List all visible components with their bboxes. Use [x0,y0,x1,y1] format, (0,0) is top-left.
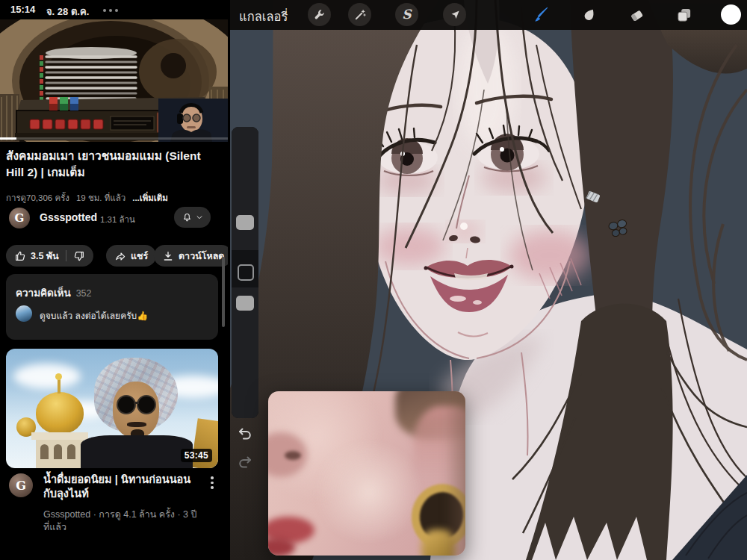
next-video-thumbnail[interactable]: 53:45 [6,349,218,468]
adjustments-button[interactable] [348,3,371,26]
procreate-topbar: แกลเลอรี่ S [230,0,747,30]
tower-arch [54,444,62,459]
comments-header-row: ความคิดเห็น352 [16,284,92,301]
actions-button[interactable] [308,3,331,26]
next-video-title[interactable]: น้ำดื่มยอดนิยม | นิทานก่อนนอนกับลุงไนท์ [43,473,203,501]
channel-avatar[interactable]: G [9,208,30,228]
bell-icon [182,212,193,223]
sunglasses-right-lens [138,396,155,413]
notifications-button[interactable] [174,207,211,228]
golden-dome [36,392,84,434]
eraser-icon [627,5,646,25]
video-meta-row: การดู70,306 ครั้ง 19 ชม. ที่แล้ว ...เพิ่… [6,191,223,205]
download-icon [162,250,174,262]
ipad-splitview-screen: 15:14 จ. 28 ต.ค. [0,0,747,560]
more-options-icon[interactable] [103,9,118,12]
eraser-tool-button[interactable] [627,5,646,25]
wrench-icon [313,8,326,22]
share-button[interactable]: แชร์ [106,245,156,267]
transform-button[interactable] [443,3,466,26]
status-date: จ. 28 ต.ค. [46,4,89,19]
reference-window[interactable] [268,391,465,556]
selection-button[interactable]: S [395,3,418,26]
undo-icon [236,426,254,444]
next-video-meta: Gssspotted · การดู 4.1 ล้าน ครั้ง · 3 ปี… [43,508,202,534]
smudge-finger-icon [579,5,598,25]
video-progress-played [0,137,16,140]
download-label: ดาวน์โหลด [179,249,224,264]
next-video-channel-avatar[interactable]: G [9,473,33,497]
like-count: 3.5 พัน [31,249,59,264]
video-progress-track[interactable] [0,137,228,140]
sidebar-sliders [232,127,258,418]
tower-arch [67,444,75,459]
color-swatch-button[interactable] [721,4,741,25]
black-shirt [81,435,193,468]
view-count: การดู70,306 ครั้ง [6,191,69,205]
share-icon [114,250,126,262]
kebab-menu-icon[interactable] [211,476,214,489]
sunglasses-bridge [134,402,139,404]
status-time: 15:14 [10,4,35,15]
download-button[interactable]: ดาวน์โหลด [154,245,232,267]
dome-base [31,432,88,440]
procreate-panel: แกลเลอรี่ S [228,0,747,560]
magic-wand-icon [353,8,367,22]
layers-icon [675,5,694,25]
chevron-down-icon [196,214,203,221]
share-label: แชร์ [131,249,148,264]
thumb-down-icon[interactable] [73,250,85,262]
top-comment-text: ดูจบแล้ว ลงต่อได้เลยครับ👍 [40,308,208,323]
panel-scrollbar[interactable] [222,257,225,327]
webcam-overlay [158,99,228,142]
upload-age: 19 ชม. ที่แล้ว [76,191,125,205]
transform-arrow-icon [448,8,462,22]
tower-arch [40,444,49,459]
modify-button[interactable] [238,264,254,281]
gameplay-frame [0,19,228,142]
video-title: สังคมมอมเมา เยาวชนมอมแมม (Silent Hill 2)… [6,148,221,181]
opacity-handle[interactable] [236,296,254,311]
brush-size-handle[interactable] [236,215,254,230]
comments-count: 352 [76,288,92,299]
gallery-button[interactable]: แกลเลอรี่ [239,7,288,26]
brush-size-slider[interactable] [232,127,258,250]
subscriber-count: 1.31 ล้าน [100,213,135,226]
smudge-tool-button[interactable] [579,5,598,25]
paintbrush-icon [532,5,551,25]
comments-header: ความคิดเห็น [16,287,71,299]
spire-finial [55,373,62,380]
sunglasses-left-lens [118,396,134,413]
duration-badge: 53:45 [181,449,212,462]
thumb-up-icon [14,250,26,262]
pill-divider [66,250,66,261]
layers-button[interactable] [675,5,694,25]
undo-button[interactable] [236,426,254,444]
mustache [127,422,146,427]
video-player[interactable] [0,19,228,142]
dome-spire [58,379,61,393]
channel-name[interactable]: Gssspotted [40,211,97,223]
selection-s-glyph: S [402,8,411,21]
redo-icon [236,454,254,472]
show-more-link[interactable]: ...เพิ่มเติม [132,191,168,205]
youtube-panel: 15:14 จ. 28 ต.ค. [0,0,228,560]
redo-button[interactable] [236,454,254,472]
like-dislike-button[interactable]: 3.5 พัน [6,245,93,267]
commenter-avatar [16,305,32,322]
brush-tool-button[interactable] [532,5,551,25]
nostril-shadow [285,451,301,460]
comments-section[interactable]: ความคิดเห็น352 ดูจบแล้ว ลงต่อได้เลยครับ👍 [6,274,218,340]
